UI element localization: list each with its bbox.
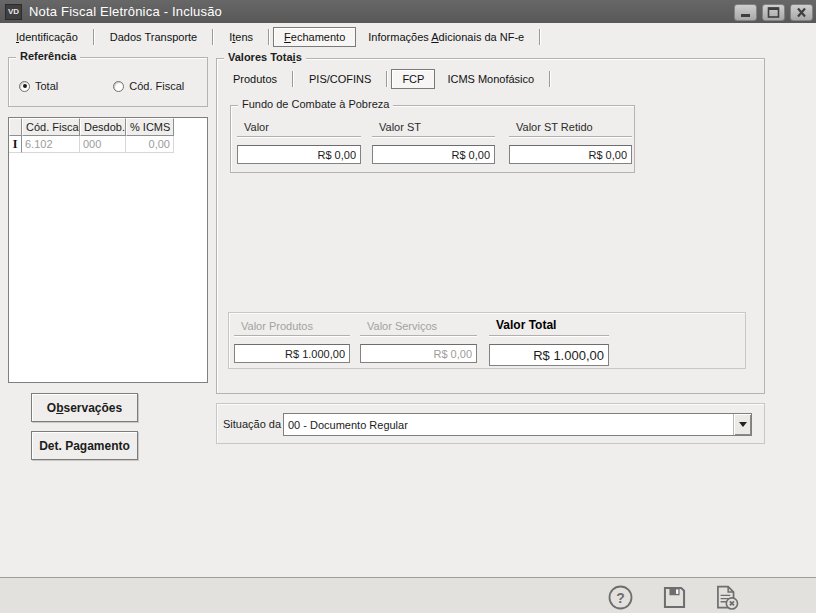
valor-st-retido-input[interactable] [509,145,632,164]
tab-produtos[interactable]: Produtos [221,70,289,88]
radio-total[interactable]: Total [19,80,58,92]
tab-icms-monofasico[interactable]: ICMS Monofásico [435,70,546,88]
fcp-group-title: Fundo de Combate à Pobreza [238,98,393,110]
valor-st-retido-label: Valor ST Retido [509,121,632,137]
tab-separator [212,29,214,45]
valores-tab-strip: Produtos PIS/COFINS FCP ICMS Monofásico [221,68,554,90]
tab-label: dicionais da NF-e [439,31,525,43]
valor-produtos-input[interactable] [234,344,350,363]
group-title-text: s [296,51,302,63]
minimize-icon [738,6,753,19]
tab-fechamento[interactable]: Fechamento [273,27,356,47]
valor-servicos-label: Valor Serviços [360,320,477,336]
cell-cod-fiscal[interactable]: 6.102 [22,136,80,153]
valor-total-input[interactable] [489,344,609,366]
grid-header-desdob[interactable]: Desdob. [80,118,126,136]
grid-header-selector [9,118,22,136]
tab-dados-transporte[interactable]: Dados Transporte [98,28,209,46]
fcp-group: Fundo de Combate à Pobreza Valor Valor S… [230,105,635,173]
button-label: O [47,401,56,415]
window-title: Nota Fiscal Eletrônica - Inclusão [29,4,222,19]
situacao-combobox[interactable]: 00 - Documento Regular [283,413,752,436]
cancel-button[interactable] [712,583,740,611]
tab-label: ens [235,31,253,43]
button-label: servações [63,401,122,415]
totais-summary-panel: Valor Produtos Valor Serviços Valor Tota… [228,312,746,369]
radio-cod-fiscal-circle[interactable] [113,81,124,92]
det-pagamento-button[interactable]: Det. Pagamento [31,431,138,460]
svg-text:?: ? [616,590,625,606]
tab-label: echamento [291,31,345,43]
close-button[interactable] [790,4,813,21]
valor-total-label: Valor Total [489,318,609,336]
radio-total-label: Total [35,80,58,92]
button-label: Det. Pa [39,439,80,453]
cod-fiscal-grid: Cód. Fiscal Desdob. % ICMS I 6.102 000 0… [8,117,208,383]
tab-informacoes-adicionais[interactable]: Informações Adicionais da NF-e [356,28,536,46]
tab-label: dentificação [19,31,78,43]
valor-st-retido-field: Valor ST Retido [509,121,632,164]
valor-total-field: Valor Total [489,318,609,366]
close-icon [794,6,809,19]
valor-servicos-field: Valor Serviços [360,320,477,363]
group-title-text: Valores Tota [228,51,293,63]
cell-icms[interactable]: 0,00 [126,136,174,153]
radio-cod-fiscal-label: Cód. Fiscal [129,80,184,92]
valor-st-label: Valor ST [372,121,495,137]
tab-separator [549,71,551,87]
tab-separator [292,71,294,87]
valor-st-input[interactable] [372,145,495,164]
title-bar: VD Nota Fiscal Eletrônica - Inclusão [0,0,816,23]
help-icon: ? [607,584,634,611]
radio-cod-fiscal[interactable]: Cód. Fiscal [113,80,184,92]
tab-separator [539,29,541,45]
chevron-down-icon [739,422,747,427]
valores-totais-group: Valores Totais Produtos PIS/COFINS FCP I… [216,58,765,394]
app-icon: VD [5,4,22,20]
tab-itens[interactable]: Itens [217,28,265,46]
valor-st-field: Valor ST [372,121,495,164]
row-indicator-icon: I [9,136,22,153]
tab-separator [268,29,270,45]
button-label: amento [87,439,130,453]
save-icon [661,584,688,611]
main-tab-strip: Identificação Dados Transporte Itens Fec… [4,26,544,48]
observacoes-button[interactable]: Observações [31,393,138,422]
referencia-group: Referência Total Cód. Fiscal [8,57,208,107]
grid-header-cod-fiscal[interactable]: Cód. Fiscal [22,118,80,136]
table-row[interactable]: I 6.102 000 0,00 [9,136,207,153]
tab-label: ICMS Monofásico [447,73,534,85]
minimize-button[interactable] [734,4,757,21]
tab-separator [386,71,388,87]
valor-produtos-label: Valor Produtos [234,320,350,336]
situacao-panel: Situação da NF: 00 - Documento Regular [216,403,765,444]
tab-separator [93,29,95,45]
maximize-icon [766,6,781,19]
cancel-document-icon [712,583,740,612]
tab-label: FCP [402,73,424,85]
valor-label: Valor [237,121,361,137]
grid-header-icms[interactable]: % ICMS [126,118,174,136]
grid-header-row: Cód. Fiscal Desdob. % ICMS [9,118,207,136]
save-button[interactable] [660,583,688,611]
maximize-button[interactable] [762,4,785,21]
tab-label: Dados Transporte [110,31,197,43]
tab-identificacao[interactable]: Identificação [4,28,90,46]
radio-total-circle[interactable] [19,81,30,92]
tab-label-accel: F [284,31,291,43]
tab-label: Produtos [233,73,277,85]
referencia-group-title: Referência [16,50,80,62]
tab-fcp[interactable]: FCP [391,69,435,89]
valor-produtos-field: Valor Produtos [234,320,350,363]
cell-desdob[interactable]: 000 [80,136,126,153]
combobox-dropdown-button[interactable] [733,414,751,435]
valor-input[interactable] [237,145,361,164]
situacao-value: 00 - Documento Regular [284,419,733,431]
valores-totais-title: Valores Totais [224,51,306,63]
tab-label: Informações [368,31,431,43]
valor-servicos-input[interactable] [360,344,477,363]
help-button[interactable]: ? [606,583,634,611]
tab-pis-cofins[interactable]: PIS/COFINS [297,70,383,88]
footer-bar [0,578,816,613]
tab-label-accel: A [431,31,438,43]
